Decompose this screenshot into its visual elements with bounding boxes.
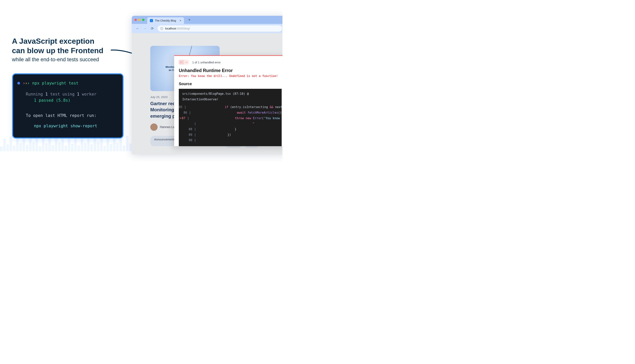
terminal-window: ››› npx playwright test Running 1 test u… <box>13 74 122 138</box>
headline-line1: A JavaScript exception <box>12 36 124 46</box>
error-next-button[interactable]: → <box>184 60 189 64</box>
terminal-dot-icon <box>17 82 20 84</box>
terminal-hint: To open last HTML report run: <box>17 112 118 119</box>
error-code-block: src/components/BlogPage.tsx (87:10) @ In… <box>179 89 282 146</box>
browser-window: ✓ The Checkly Blog × + ← → ⟳ ⓘ localhost… <box>132 16 282 154</box>
browser-tabbar: ✓ The Checkly Blog × + <box>132 16 282 24</box>
terminal-passed: 1 passed (5.8s) <box>17 97 118 104</box>
headline-sub: while all the end-to-end tests succeed <box>12 56 124 62</box>
terminal-prompt-icon: ››› <box>23 80 30 86</box>
url-path: :3000/blog/ <box>176 27 190 30</box>
close-tab-icon[interactable]: × <box>178 19 181 22</box>
terminal-report: npx playwright show-report <box>17 123 118 129</box>
close-window-icon[interactable] <box>134 19 137 21</box>
new-tab-button[interactable]: + <box>187 18 192 22</box>
reload-icon[interactable]: ⟳ <box>150 26 154 30</box>
avatar <box>150 124 158 131</box>
error-message: Error: You know the drill... Undefined i… <box>179 74 282 78</box>
error-location: src/components/BlogPage.tsx (87:10) @ In… <box>179 91 282 104</box>
terminal-running: Running 1 test using 1 worker <box>17 91 118 98</box>
error-nav: ← → <box>179 60 189 64</box>
back-icon[interactable]: ← <box>136 26 140 30</box>
terminal-command: npx playwright test <box>32 80 78 86</box>
headline-line2: can blow up the Frontend <box>12 46 124 56</box>
error-heading: Unhandled Runtime Error <box>179 68 282 73</box>
error-source-heading: Source <box>179 82 282 86</box>
forward-icon[interactable]: → <box>143 26 147 30</box>
maximize-window-icon[interactable] <box>142 19 144 21</box>
error-prev-button[interactable]: ← <box>179 60 184 64</box>
headline-block: A JavaScript exception can blow up the F… <box>12 36 124 62</box>
browser-viewport: Monitoring as Code ☺ July 25, 2023 Gartn… <box>132 33 282 154</box>
traffic-lights <box>134 19 144 21</box>
browser-toolbar: ← → ⟳ ⓘ localhost:3000/blog/ <box>132 24 282 33</box>
browser-tab[interactable]: ✓ The Checkly Blog × <box>147 17 184 24</box>
error-count: 1 of 1 unhandled error <box>192 61 221 64</box>
url-input[interactable]: ⓘ localhost:3000/blog/ <box>158 26 282 32</box>
checkly-favicon-icon: ✓ <box>150 19 153 22</box>
url-host: localhost <box>165 27 176 30</box>
site-info-icon[interactable]: ⓘ <box>160 27 163 30</box>
error-overlay: ← → 1 of 1 unhandled error Unhandled Run… <box>174 55 282 146</box>
tab-title: The Checkly Blog <box>155 19 176 22</box>
minimize-window-icon[interactable] <box>138 19 141 21</box>
